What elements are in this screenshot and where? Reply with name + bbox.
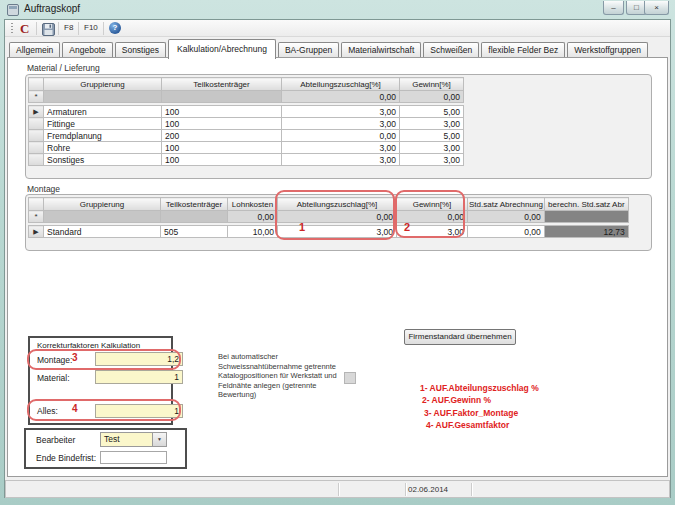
material-grid: Gruppierung Teilkostenträger Abteilungsz… bbox=[25, 74, 652, 179]
grid-cell[interactable] bbox=[161, 211, 228, 223]
tab-angebote[interactable]: Angebote bbox=[62, 42, 112, 58]
material-new-row[interactable]: * 0,00 0,00 bbox=[29, 91, 464, 103]
toolbar-separator bbox=[78, 22, 79, 35]
chevron-down-icon[interactable]: ▼ bbox=[152, 433, 166, 446]
toolbar-separator bbox=[58, 22, 59, 35]
grid-cell[interactable]: 100 bbox=[162, 142, 282, 154]
montage-section-label: Montage bbox=[27, 184, 60, 194]
grid-cell[interactable]: Sonstiges bbox=[44, 154, 162, 166]
grid-cell[interactable]: 100 bbox=[162, 106, 282, 118]
application-window: Auftragskopf – □ × C F8 F10 ? Allgemein … bbox=[0, 0, 675, 505]
material-row[interactable]: Sonstiges 100 3,00 3,00 bbox=[29, 154, 464, 166]
column-header[interactable]: Lohnkosten bbox=[228, 198, 278, 211]
help-icon[interactable]: ? bbox=[109, 22, 121, 34]
bindefrist-field[interactable] bbox=[100, 451, 167, 464]
grid-cell[interactable] bbox=[162, 91, 282, 103]
material-grid-header: Gruppierung Teilkostenträger Abteilungsz… bbox=[29, 78, 464, 91]
column-header[interactable]: Gruppierung bbox=[44, 78, 162, 91]
firmenstandard-button[interactable]: Firmenstandard übernehmen bbox=[404, 329, 516, 345]
current-row-icon: ▶ bbox=[33, 228, 38, 235]
grid-cell[interactable]: 3,00 bbox=[282, 142, 400, 154]
row-selector[interactable] bbox=[29, 118, 44, 130]
tab-kalkulation-abrechnung[interactable]: Kalkulation/Abrechnung bbox=[168, 39, 276, 59]
f10-button[interactable]: F10 bbox=[84, 23, 98, 32]
window-title: Auftragskopf bbox=[24, 3, 80, 14]
grid-cell[interactable]: 0,00 bbox=[468, 211, 545, 223]
new-row-marker[interactable]: * bbox=[29, 211, 44, 223]
annotation-circle-montage-faktor bbox=[27, 349, 181, 370]
column-header[interactable]: berechn. Std.satz Abr bbox=[544, 198, 628, 211]
grid-cell[interactable] bbox=[44, 211, 161, 223]
grid-cell[interactable]: 100 bbox=[162, 154, 282, 166]
column-header[interactable]: Std.satz Abrechnung bbox=[468, 198, 545, 211]
row-selector[interactable] bbox=[29, 130, 44, 142]
tab-sonstiges[interactable]: Sonstiges bbox=[115, 42, 166, 58]
grid-cell[interactable]: 0,00 bbox=[282, 130, 400, 142]
status-date: 02.06.2014 bbox=[408, 485, 448, 494]
tab-materialwirtschaft[interactable]: Materialwirtschaft bbox=[341, 42, 421, 58]
tab-ba-gruppen[interactable]: BA-Gruppen bbox=[278, 42, 339, 58]
column-header[interactable]: Gruppierung bbox=[44, 198, 161, 211]
grid-cell[interactable]: Rohre bbox=[44, 142, 162, 154]
grid-cell[interactable]: Standard bbox=[44, 226, 161, 238]
grid-cell[interactable]: 3,00 bbox=[282, 106, 400, 118]
column-header[interactable]: Teilkostenträger bbox=[162, 78, 282, 91]
grid-cell[interactable]: 5,00 bbox=[400, 130, 464, 142]
grid-cell[interactable]: 0,00 bbox=[282, 91, 400, 103]
grid-cell[interactable]: 3,00 bbox=[400, 118, 464, 130]
f8-button[interactable]: F8 bbox=[64, 23, 73, 32]
statusbar-separator bbox=[338, 483, 339, 496]
column-header[interactable]: Teilkostenträger bbox=[161, 198, 228, 211]
grid-cell[interactable]: Armaturen bbox=[44, 106, 162, 118]
grid-cell[interactable]: Fremdplanung bbox=[44, 130, 162, 142]
toolbar-grip[interactable] bbox=[11, 23, 13, 34]
bearbeiter-label: Bearbeiter bbox=[36, 435, 75, 445]
column-header[interactable]: Gewinn[%] bbox=[400, 78, 464, 91]
column-header[interactable]: Abteilungszuschlag[%] bbox=[282, 78, 400, 91]
material-row[interactable]: Fremdplanung 200 0,00 5,00 bbox=[29, 130, 464, 142]
tab-strip: Allgemein Angebote Sonstiges Kalkulation… bbox=[9, 37, 650, 58]
row-selector[interactable] bbox=[29, 142, 44, 154]
material-row[interactable]: Rohre 100 3,00 3,00 bbox=[29, 142, 464, 154]
toolbar: C F8 F10 ? bbox=[5, 20, 670, 37]
grid-cell[interactable] bbox=[44, 91, 162, 103]
grid-cell[interactable]: 5,00 bbox=[400, 106, 464, 118]
app-icon bbox=[7, 4, 19, 16]
grid-cell[interactable]: 3,00 bbox=[400, 142, 464, 154]
grid-cell[interactable]: 100 bbox=[162, 118, 282, 130]
bearbeiter-dropdown[interactable]: Test ▼ bbox=[100, 432, 167, 447]
grid-cell[interactable]: 505 bbox=[161, 226, 228, 238]
tab-flexible-felder-bez[interactable]: flexible Felder Bez bbox=[481, 42, 565, 58]
grid-cell[interactable]: 3,00 bbox=[282, 154, 400, 166]
grid-cell[interactable]: 200 bbox=[162, 130, 282, 142]
current-row-icon: ▶ bbox=[33, 108, 38, 115]
title-bar[interactable]: Auftragskopf – □ × bbox=[0, 0, 675, 19]
annotation-marker-4: 4 bbox=[72, 403, 78, 414]
schweissnaht-checkbox[interactable] bbox=[344, 372, 356, 384]
row-selector[interactable] bbox=[29, 154, 44, 166]
grid-cell[interactable]: 10,00 bbox=[228, 226, 278, 238]
grid-cell[interactable]: 0,00 bbox=[468, 226, 545, 238]
grid-cell[interactable]: 0,00 bbox=[228, 211, 278, 223]
new-row-marker[interactable]: * bbox=[29, 91, 44, 103]
bearbeiter-value: Test bbox=[104, 434, 120, 444]
refresh-button[interactable]: C bbox=[20, 21, 29, 37]
grid-cell[interactable]: 3,00 bbox=[282, 118, 400, 130]
material-factor-field[interactable]: 1 bbox=[95, 370, 183, 384]
material-row[interactable]: Fittinge 100 3,00 3,00 bbox=[29, 118, 464, 130]
material-row[interactable]: ▶ Armaturen 100 3,00 5,00 bbox=[29, 106, 464, 118]
annotation-marker-2: 2 bbox=[404, 221, 410, 233]
minimize-button[interactable]: – bbox=[603, 1, 624, 15]
grid-cell-readonly bbox=[544, 211, 628, 223]
row-header-cell bbox=[29, 78, 44, 91]
grid-cell[interactable]: Fittinge bbox=[44, 118, 162, 130]
statusbar-separator bbox=[405, 483, 406, 496]
material-section-label: Material / Lieferung bbox=[27, 63, 100, 73]
row-selector: ▶ bbox=[29, 226, 44, 238]
tab-schweissen[interactable]: Schweißen bbox=[423, 42, 479, 58]
tab-werkstoffgruppen[interactable]: Werkstoffgruppen bbox=[567, 42, 648, 58]
grid-cell[interactable]: 3,00 bbox=[400, 154, 464, 166]
grid-cell[interactable]: 0,00 bbox=[400, 91, 464, 103]
close-button[interactable]: × bbox=[644, 1, 669, 15]
tab-allgemein[interactable]: Allgemein bbox=[9, 42, 60, 58]
